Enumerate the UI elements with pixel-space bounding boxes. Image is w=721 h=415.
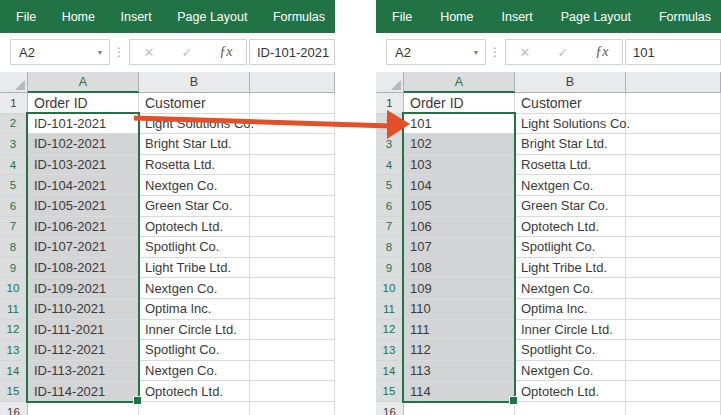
enter-icon[interactable]: ✓ — [181, 45, 192, 60]
order-id-header-cell[interactable]: Order ID — [28, 93, 139, 114]
row-header-5[interactable]: 5 — [376, 175, 404, 196]
row-header-10[interactable]: 10 — [376, 278, 404, 299]
empty-cell[interactable] — [250, 278, 335, 299]
customer-cell[interactable]: Optotech Ltd. — [515, 381, 626, 402]
order-id-cell[interactable]: 101 — [404, 114, 515, 135]
ribbon-tab-formulas[interactable]: Formulas — [659, 10, 711, 24]
customer-cell[interactable]: Nextgen Co. — [139, 175, 250, 196]
customer-cell[interactable]: Spotlight Co. — [515, 237, 626, 258]
chevron-down-icon[interactable]: ▾ — [474, 48, 478, 57]
empty-cell[interactable] — [250, 155, 335, 176]
customer-cell[interactable]: Optotech Ltd. — [139, 217, 250, 238]
row-header-12[interactable]: 12 — [0, 320, 28, 341]
insert-function-icon[interactable]: ƒx — [219, 44, 232, 60]
empty-cell[interactable] — [250, 237, 335, 258]
customer-cell[interactable]: Inner Circle Ltd. — [139, 320, 250, 341]
insert-function-icon[interactable]: ƒx — [595, 44, 608, 60]
name-box[interactable]: A2 ▾ — [386, 39, 486, 65]
row-header-8[interactable]: 8 — [0, 237, 28, 258]
enter-icon[interactable]: ✓ — [557, 45, 568, 60]
customer-cell[interactable]: Light Solutions Co. — [515, 114, 626, 135]
order-id-cell[interactable] — [28, 402, 139, 415]
formula-bar-grip-dots-icon[interactable]: ⋮ — [113, 39, 125, 65]
column-header-A[interactable]: A — [404, 72, 515, 93]
row-header-9[interactable]: 9 — [376, 258, 404, 279]
order-id-cell[interactable]: 113 — [404, 361, 515, 382]
row-header-7[interactable]: 7 — [376, 217, 404, 238]
row-header-14[interactable]: 14 — [376, 361, 404, 382]
row-header-11[interactable]: 11 — [376, 299, 404, 320]
empty-cell[interactable] — [626, 196, 721, 217]
row-header-15[interactable]: 15 — [0, 381, 28, 402]
empty-cell[interactable] — [626, 299, 721, 320]
row-header-13[interactable]: 13 — [0, 340, 28, 361]
name-box[interactable]: A2 ▾ — [10, 39, 110, 65]
empty-cell[interactable] — [626, 155, 721, 176]
empty-cell[interactable] — [626, 175, 721, 196]
empty-cell[interactable] — [626, 93, 721, 114]
column-header-A[interactable]: A — [28, 72, 139, 93]
row-header-11[interactable]: 11 — [0, 299, 28, 320]
customer-cell[interactable]: Optotech Ltd. — [139, 381, 250, 402]
empty-cell[interactable] — [250, 217, 335, 238]
customer-cell[interactable]: Rosetta Ltd. — [139, 155, 250, 176]
order-id-cell[interactable]: 104 — [404, 175, 515, 196]
order-id-cell[interactable]: ID-107-2021 — [28, 237, 139, 258]
customer-cell[interactable]: Nextgen Co. — [139, 278, 250, 299]
order-id-cell[interactable]: 102 — [404, 134, 515, 155]
order-id-cell[interactable]: 109 — [404, 278, 515, 299]
row-header-4[interactable]: 4 — [0, 155, 28, 176]
order-id-cell[interactable]: 107 — [404, 237, 515, 258]
empty-cell[interactable] — [250, 320, 335, 341]
order-id-cell[interactable]: ID-109-2021 — [28, 278, 139, 299]
fill-handle[interactable] — [509, 396, 518, 405]
empty-cell[interactable] — [250, 196, 335, 217]
customer-cell[interactable]: Nextgen Co. — [515, 361, 626, 382]
cancel-icon[interactable]: ✕ — [519, 45, 530, 60]
select-all-corner[interactable] — [376, 72, 404, 93]
order-id-cell[interactable]: ID-104-2021 — [28, 175, 139, 196]
customer-header-cell[interactable]: Customer — [515, 93, 626, 114]
empty-cell[interactable] — [250, 258, 335, 279]
empty-cell[interactable] — [250, 175, 335, 196]
order-id-cell[interactable]: ID-108-2021 — [28, 258, 139, 279]
ribbon-tab-formulas[interactable]: Formulas — [273, 10, 325, 24]
customer-cell[interactable]: Spotlight Co. — [139, 237, 250, 258]
formula-bar-input[interactable]: 101 — [625, 39, 721, 65]
customer-cell[interactable]: Inner Circle Ltd. — [515, 320, 626, 341]
row-header-9[interactable]: 9 — [0, 258, 28, 279]
customer-cell[interactable]: Nextgen Co. — [515, 278, 626, 299]
customer-cell[interactable]: Optotech Ltd. — [515, 217, 626, 238]
empty-cell[interactable] — [626, 134, 721, 155]
order-id-cell[interactable]: 112 — [404, 340, 515, 361]
empty-cell[interactable] — [250, 402, 335, 415]
row-header-2[interactable]: 2 — [376, 114, 404, 135]
customer-cell[interactable]: Green Star Co. — [139, 196, 250, 217]
row-header-15[interactable]: 15 — [376, 381, 404, 402]
empty-cell[interactable] — [626, 340, 721, 361]
empty-cell[interactable] — [626, 402, 721, 415]
ribbon-tab-page-layout[interactable]: Page Layout — [177, 10, 247, 24]
customer-cell[interactable]: Bright Star Ltd. — [515, 134, 626, 155]
row-header-16[interactable]: 16 — [376, 402, 404, 415]
ribbon-tab-file[interactable]: File — [392, 10, 412, 24]
order-id-cell[interactable]: ID-106-2021 — [28, 217, 139, 238]
empty-cell[interactable] — [626, 258, 721, 279]
row-header-6[interactable]: 6 — [0, 196, 28, 217]
row-header-6[interactable]: 6 — [376, 196, 404, 217]
row-header-3[interactable]: 3 — [0, 134, 28, 155]
order-id-cell[interactable] — [404, 402, 515, 415]
empty-cell[interactable] — [626, 381, 721, 402]
order-id-cell[interactable]: ID-101-2021 — [28, 114, 139, 135]
row-header-1[interactable]: 1 — [376, 93, 404, 114]
order-id-cell[interactable]: ID-112-2021 — [28, 340, 139, 361]
order-id-cell[interactable]: 106 — [404, 217, 515, 238]
select-all-corner[interactable] — [0, 72, 28, 93]
fill-handle[interactable] — [133, 396, 142, 405]
row-header-13[interactable]: 13 — [376, 340, 404, 361]
empty-cell[interactable] — [250, 93, 335, 114]
column-header-partial[interactable] — [250, 72, 335, 93]
row-header-10[interactable]: 10 — [0, 278, 28, 299]
order-id-cell[interactable]: ID-110-2021 — [28, 299, 139, 320]
customer-cell[interactable]: Light Tribe Ltd. — [139, 258, 250, 279]
